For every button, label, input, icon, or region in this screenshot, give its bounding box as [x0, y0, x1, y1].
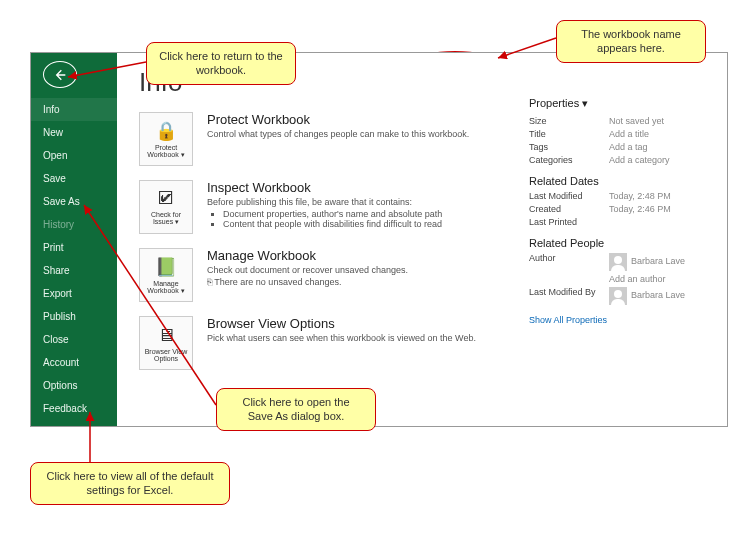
prop-row: TitleAdd a title: [529, 129, 709, 139]
callout-return: Click here to return to the workbook.: [146, 42, 296, 85]
manage-section: 📗Manage Workbook ▾ Manage WorkbookCheck …: [139, 248, 529, 302]
prop-value[interactable]: Add a tag: [609, 142, 648, 152]
date-row: CreatedToday, 2:46 PM: [529, 204, 709, 214]
avatar-icon: [609, 287, 627, 305]
nav-save-as[interactable]: Save As: [31, 190, 117, 213]
nav-save[interactable]: Save: [31, 167, 117, 190]
protect-title: Protect Workbook: [207, 112, 469, 127]
prop-key: Categories: [529, 155, 609, 165]
author-label: Author: [529, 253, 609, 271]
prop-row: CategoriesAdd a category: [529, 155, 709, 165]
nav-publish[interactable]: Publish: [31, 305, 117, 328]
modified-by-name: Barbara Lave: [631, 290, 685, 300]
related-people-header: Related People: [529, 237, 709, 249]
prop-row: SizeNot saved yet: [529, 116, 709, 126]
main-panel: Info 🔒Protect Workbook ▾ Protect Workboo…: [117, 53, 727, 426]
protect-section: 🔒Protect Workbook ▾ Protect WorkbookCont…: [139, 112, 529, 166]
nav-history[interactable]: History: [31, 213, 117, 236]
author-name: Barbara Lave: [631, 256, 685, 266]
nav-feedback[interactable]: Feedback: [31, 397, 117, 420]
date-value: Today, 2:46 PM: [609, 204, 671, 214]
manage-desc: Check out document or recover unsaved ch…: [207, 265, 408, 277]
protect-workbook-tile[interactable]: 🔒Protect Workbook ▾: [139, 112, 193, 166]
inspect-desc: Before publishing this file, be aware th…: [207, 197, 442, 209]
browser-icon: 🖥: [157, 325, 175, 346]
show-all-properties-link[interactable]: Show All Properties: [529, 315, 709, 325]
lock-icon: 🔒: [155, 120, 177, 142]
date-row: Last ModifiedToday, 2:48 PM: [529, 191, 709, 201]
nav-options[interactable]: Options: [31, 374, 117, 397]
nav-print[interactable]: Print: [31, 236, 117, 259]
inspect-bullet: Content that people with disabilities fi…: [223, 219, 442, 229]
arrow-left-icon: [52, 67, 68, 83]
avatar-icon: [609, 253, 627, 271]
properties-header[interactable]: Properties ▾: [529, 97, 709, 110]
prop-key: Title: [529, 129, 609, 139]
nav-share[interactable]: Share: [31, 259, 117, 282]
add-author-link[interactable]: Add an author: [609, 274, 666, 284]
nav-info[interactable]: Info: [31, 98, 117, 121]
prop-key: Size: [529, 116, 609, 126]
inspect-bullet: Document properties, author's name and a…: [223, 209, 442, 219]
properties-panel: Properties ▾ SizeNot saved yetTitleAdd a…: [529, 67, 709, 426]
modified-by-label: Last Modified By: [529, 287, 609, 305]
prop-row: TagsAdd a tag: [529, 142, 709, 152]
nav-export[interactable]: Export: [31, 282, 117, 305]
check-issues-tile[interactable]: 🗹Check for Issues ▾: [139, 180, 193, 234]
backstage-window: InfoNewOpenSaveSave AsHistoryPrintShareE…: [30, 52, 728, 427]
callout-title: The workbook name appears here.: [556, 20, 706, 63]
prop-value[interactable]: Add a category: [609, 155, 670, 165]
browser-title: Browser View Options: [207, 316, 476, 331]
nav-open[interactable]: Open: [31, 144, 117, 167]
workbook-icon: 📗: [155, 256, 177, 278]
manage-title: Manage Workbook: [207, 248, 408, 263]
inspect-title: Inspect Workbook: [207, 180, 442, 195]
nav-account[interactable]: Account: [31, 351, 117, 374]
sidebar: InfoNewOpenSaveSave AsHistoryPrintShareE…: [31, 53, 117, 426]
prop-key: Tags: [529, 142, 609, 152]
nav-close[interactable]: Close: [31, 328, 117, 351]
prop-value[interactable]: Not saved yet: [609, 116, 664, 126]
manage-workbook-tile[interactable]: 📗Manage Workbook ▾: [139, 248, 193, 302]
date-value: Today, 2:48 PM: [609, 191, 671, 201]
browser-section: 🖥Browser View Options Browser View Optio…: [139, 316, 529, 370]
related-dates-header: Related Dates: [529, 175, 709, 187]
date-key: Last Printed: [529, 217, 609, 227]
protect-desc: Control what types of changes people can…: [207, 129, 469, 141]
date-row: Last Printed: [529, 217, 709, 227]
prop-value[interactable]: Add a title: [609, 129, 649, 139]
manage-note: There are no unsaved changes.: [214, 277, 341, 287]
check-icon: 🗹: [157, 188, 175, 209]
callout-saveas: Click here to open the Save As dialog bo…: [216, 388, 376, 431]
inspect-section: 🗹Check for Issues ▾ Inspect WorkbookBefo…: [139, 180, 529, 234]
browser-view-tile[interactable]: 🖥Browser View Options: [139, 316, 193, 370]
callout-options: Click here to view all of the default se…: [30, 462, 230, 505]
browser-desc: Pick what users can see when this workbo…: [207, 333, 476, 345]
date-key: Last Modified: [529, 191, 609, 201]
nav-new[interactable]: New: [31, 121, 117, 144]
date-key: Created: [529, 204, 609, 214]
back-button[interactable]: [43, 61, 77, 88]
